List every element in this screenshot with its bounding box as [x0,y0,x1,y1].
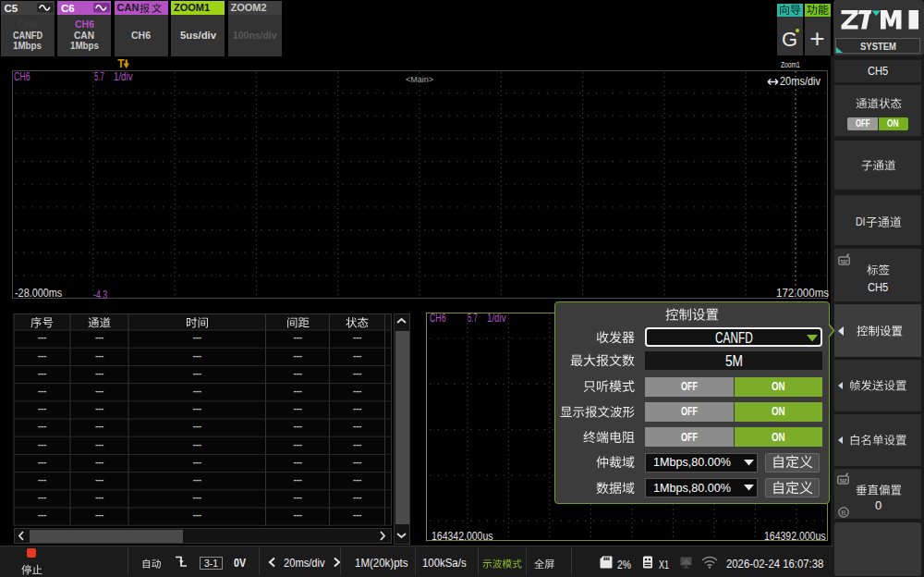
svg-text:B: B [841,508,845,516]
